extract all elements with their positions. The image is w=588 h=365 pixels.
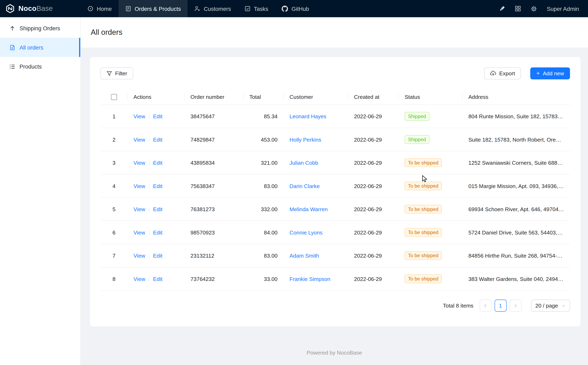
main-content: All orders Filter Export <box>81 17 588 365</box>
sidebar-item-all-orders[interactable]: All orders <box>0 38 80 57</box>
user-menu[interactable]: Super Admin <box>547 6 579 12</box>
customer-link[interactable]: Adam Smith <box>290 253 319 259</box>
customer-link[interactable]: Holly Perkins <box>290 136 321 142</box>
nocobase-logo-icon <box>5 4 15 14</box>
tasks-icon <box>244 6 250 11</box>
view-link[interactable]: View <box>134 160 145 166</box>
nav-item-label: Customers <box>204 6 231 12</box>
customer-link[interactable]: Darin Clarke <box>290 183 320 189</box>
orders-icon <box>125 6 131 11</box>
customer-cell: Leonard Hayes <box>283 105 348 128</box>
export-button[interactable]: Export <box>484 67 521 79</box>
page-1-button[interactable]: 1 <box>494 300 507 312</box>
sidebar-item-shipping-orders[interactable]: Shipping Orders <box>0 19 80 38</box>
nav-item-tasks[interactable]: Tasks <box>238 0 275 17</box>
top-nav: Home Orders & Products Customers Tasks <box>81 0 316 17</box>
blocks-icon[interactable] <box>515 6 521 11</box>
address-cell: 69934 Schoen River, Apt. 646, 49704, Wal… <box>462 198 570 221</box>
edit-link[interactable]: Edit <box>153 136 162 142</box>
address-cell: 84856 Hirthe Run, Suite 268, 94754-6705,… <box>462 244 570 267</box>
sidebar-item-label: All orders <box>20 44 43 50</box>
filter-icon <box>107 70 112 76</box>
action-divider <box>149 277 149 281</box>
list-icon <box>9 63 15 69</box>
nav-item-github[interactable]: GitHub <box>275 0 316 17</box>
edit-link[interactable]: Edit <box>153 229 162 235</box>
edit-link[interactable]: Edit <box>153 113 162 119</box>
customer-link[interactable]: Leonard Hayes <box>290 113 326 119</box>
pagination: Total 8 items 1 20 / page <box>101 300 570 312</box>
row-actions: ViewEdit <box>127 267 184 290</box>
sidebar-item-products[interactable]: Products <box>0 57 80 76</box>
address-cell: 804 Runte Mission, Suite 182, 15783, Nor… <box>462 105 570 128</box>
edit-link[interactable]: Edit <box>153 183 162 189</box>
created-at-cell: 2022-06-29 <box>348 244 399 267</box>
total-cell: 321.00 <box>243 151 283 174</box>
status-badge: To be shipped <box>405 159 442 167</box>
order-number-cell: 75638347 <box>185 174 243 197</box>
address-cell: 383 Walter Gardens, Suite 040, 24947, Be… <box>462 267 570 290</box>
sidebar-item-label: Shipping Orders <box>20 25 60 32</box>
table-row: 2 ViewEdit 74829847 453.00 Holly Perkins… <box>101 128 570 151</box>
action-divider <box>149 114 149 119</box>
table-row: 5 ViewEdit 76381273 332.00 Melinda Warre… <box>101 198 570 221</box>
highlighter-icon[interactable] <box>499 6 505 11</box>
next-page-button[interactable] <box>509 300 522 312</box>
order-number-header: Order number <box>185 89 243 105</box>
order-number-cell: 73764232 <box>185 267 243 290</box>
orders-card: Filter Export + Add new <box>90 57 581 327</box>
edit-link[interactable]: Edit <box>153 160 162 166</box>
view-link[interactable]: View <box>134 253 145 259</box>
row-index: 3 <box>101 151 128 174</box>
customer-link[interactable]: Julian Cobb <box>290 160 318 166</box>
customer-cell: Frankie Simpson <box>283 267 348 290</box>
view-link[interactable]: View <box>134 276 145 282</box>
select-all-checkbox[interactable] <box>111 94 117 100</box>
status-badge: To be shipped <box>405 228 442 237</box>
customer-cell: Holly Perkins <box>283 128 348 151</box>
filter-button[interactable]: Filter <box>101 67 133 79</box>
edit-link[interactable]: Edit <box>153 276 162 282</box>
filter-button-label: Filter <box>115 70 127 76</box>
customer-link[interactable]: Melinda Warren <box>290 206 328 212</box>
orders-table-body: 1 ViewEdit 38475647 85.34 Leonard Hayes … <box>101 105 570 290</box>
gear-icon[interactable] <box>531 6 537 12</box>
edit-link[interactable]: Edit <box>153 253 162 259</box>
row-index: 4 <box>101 174 128 197</box>
edit-link[interactable]: Edit <box>153 206 162 212</box>
total-cell: 85.34 <box>243 105 283 128</box>
nav-item-home[interactable]: Home <box>81 0 119 17</box>
view-link[interactable]: View <box>134 183 145 189</box>
view-link[interactable]: View <box>134 229 145 235</box>
table-row: 8 ViewEdit 73764232 33.00 Frankie Simpso… <box>101 267 570 290</box>
customer-link[interactable]: Frankie Simpson <box>290 276 330 282</box>
page-size-select[interactable]: 20 / page <box>531 300 570 312</box>
address-header: Address <box>462 89 570 105</box>
nav-item-orders-products[interactable]: Orders & Products <box>118 0 188 17</box>
brand[interactable]: NocoBase <box>0 0 81 17</box>
page-size-value: 20 / page <box>535 303 558 309</box>
github-icon <box>282 6 288 12</box>
order-number-cell: 43895834 <box>185 151 243 174</box>
view-link[interactable]: View <box>134 206 145 212</box>
actions-header: Actions <box>127 89 184 105</box>
view-link[interactable]: View <box>134 113 145 119</box>
nav-item-customers[interactable]: Customers <box>188 0 238 17</box>
status-badge: To be shipped <box>405 252 442 260</box>
total-cell: 83.00 <box>243 244 283 267</box>
customer-link[interactable]: Connie Lyons <box>290 229 322 235</box>
view-link[interactable]: View <box>134 136 145 142</box>
next-icon <box>513 303 518 308</box>
customers-icon <box>195 6 200 11</box>
customer-cell: Connie Lyons <box>283 221 348 244</box>
add-new-button[interactable]: + Add new <box>530 67 570 79</box>
table-row: 4 ViewEdit 75638347 83.00 Darin Clarke 2… <box>101 174 570 197</box>
prev-page-button[interactable] <box>479 300 492 312</box>
table-row: 7 ViewEdit 23132112 83.00 Adam Smith 202… <box>101 244 570 267</box>
row-index: 2 <box>101 128 128 151</box>
row-actions: ViewEdit <box>127 244 184 267</box>
status-badge: Shipped <box>405 112 429 121</box>
topbar: NocoBase Home Orders & Products Customer… <box>0 0 588 17</box>
order-number-cell: 23132112 <box>185 244 243 267</box>
action-divider <box>149 161 149 166</box>
